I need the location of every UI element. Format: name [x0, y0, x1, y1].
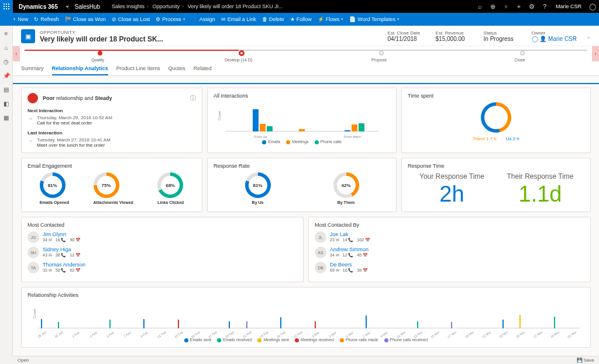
donut-gauge: 81% [40, 172, 66, 198]
chevron-down-icon[interactable]: ▾ [64, 4, 68, 9]
activity-tick [417, 321, 418, 328]
activity-tick [41, 319, 42, 328]
last-interaction-label: Last Interaction [27, 130, 196, 136]
contact-item[interactable]: DBDe Beers69 ✉10 📞39 📅 [315, 262, 584, 273]
your-response-value: 2h [408, 182, 496, 207]
cmd-word-templates[interactable]: 📄Word Templates▾ [349, 16, 400, 22]
header-field: Est. Revenue$15,000.00 [431, 30, 479, 42]
global-header: Dynamics 365 ▾ SalesHub Sales Insights› … [0, 0, 599, 13]
contact-item[interactable]: SHSidney Higa43 ✉38 📞12 📅 [27, 247, 297, 258]
date-label: 1 Mar [311, 331, 320, 338]
contact-item[interactable]: JGJim Glynn34 ✉16 📞90 📅 [27, 231, 297, 243]
app-name[interactable]: SalesHub [68, 4, 106, 10]
chevron-down-icon[interactable]: ⌄ [586, 33, 591, 40]
waffle-icon [4, 4, 9, 9]
header-field: StatusIn Progress [479, 30, 527, 42]
stage-node[interactable] [239, 50, 245, 56]
contact-item[interactable]: ASAndrew Simmon34 ✉12 📞45 📅 [315, 247, 584, 258]
tab-summary[interactable]: Summary [21, 63, 44, 75]
menu-icon[interactable]: ≡ [2, 29, 11, 37]
opportunity-icon: ▣ [21, 29, 35, 43]
crumb[interactable]: Sales Insights [112, 4, 144, 9]
stage-node[interactable] [520, 51, 525, 56]
bar [345, 130, 350, 131]
cmd-assign[interactable]: 👤Assign [191, 16, 215, 22]
date-label: 3 Feb [89, 331, 98, 338]
cmd-delete[interactable]: 🗑Delete [262, 16, 284, 22]
pin-icon[interactable]: 📌 [2, 71, 11, 79]
assistant-icon[interactable]: ⊕ [487, 3, 500, 11]
stage-prev-arrow[interactable]: ‹ [13, 46, 20, 61]
nav-icon[interactable]: ▤ [2, 85, 11, 93]
stage-node[interactable] [98, 51, 102, 56]
cmd-close-as-lost[interactable]: ⊘Close as Lost [112, 16, 150, 22]
all-interactions-card: All Interactions Count From usFrom them … [207, 88, 397, 153]
date-label: 5 Feb [106, 331, 115, 338]
activity-tick [229, 321, 230, 328]
donut-label: By Them [333, 200, 359, 204]
health-text: Poor relationship and Steady [43, 95, 112, 101]
help-icon[interactable]: ? [538, 3, 551, 10]
activity-tick [502, 320, 504, 328]
response-rate-card: Response Rate 81%By Us42%By Them [207, 158, 397, 212]
avatar: AS [315, 247, 326, 258]
activity-tick [451, 322, 452, 328]
donut-label: Links Clicked [157, 200, 184, 204]
svg-rect-5 [8, 6, 9, 7]
lightbulb-icon[interactable]: ♀ [500, 3, 512, 10]
svg-rect-8 [8, 8, 9, 9]
user-avatar-icon[interactable]: ◯ [586, 3, 599, 11]
bar [267, 126, 273, 131]
stage-label: Develop (14 D) [225, 58, 252, 62]
svg-rect-1 [6, 4, 7, 5]
save-button[interactable]: 💾 Save [577, 358, 594, 363]
nav-icon[interactable]: ▦ [2, 113, 11, 122]
settings-icon[interactable]: ⚙ [525, 3, 538, 11]
cmd-process[interactable]: ⚙Process▾ [156, 16, 185, 22]
most-contacted-by-card: Most Contacted By JLJoe Lak23 ✉14 📞102 📅… [308, 217, 591, 282]
recent-icon[interactable]: ◷ [2, 57, 11, 65]
brand-name[interactable]: Dynamics 365 [13, 4, 64, 10]
bar [260, 124, 266, 131]
info-icon[interactable]: ⓘ [190, 94, 196, 102]
donut-label: Emails Opened [40, 200, 70, 204]
your-response-label: Your Response Time [408, 172, 496, 181]
user-name[interactable]: Marie CSR [551, 4, 586, 9]
card-title: Most Contacted By [315, 222, 584, 228]
svg-rect-0 [4, 4, 5, 5]
record-header: ▣ OPPORTUNITY Very likely will order 18 … [13, 26, 599, 46]
stage-next-arrow[interactable]: › [592, 46, 599, 61]
tab-relationship-analytics[interactable]: Relationship Analytics [52, 63, 108, 75]
avatar: SH [27, 247, 39, 258]
stage-node[interactable] [379, 51, 384, 56]
business-process-flow[interactable]: ‹ › QualifyDevelop (14 D)ProposeClose [13, 46, 599, 61]
cmd-flows[interactable]: ⚡Flows▾ [318, 16, 344, 22]
last-interaction-subject: Meet over the lunch for the order [37, 143, 111, 148]
cmd-refresh[interactable]: ↻Refresh [34, 16, 59, 22]
cmd-follow[interactable]: ★Follow [290, 16, 312, 22]
tab-quotes[interactable]: Quotes [168, 63, 185, 75]
app-launcher[interactable] [0, 0, 13, 13]
add-icon[interactable]: + [512, 3, 525, 10]
home-icon[interactable]: ⌂ [2, 43, 11, 51]
cmd-email-a-link[interactable]: ✉Email a Link [221, 16, 256, 22]
open-label: Open [18, 358, 29, 363]
tab-product-line-items[interactable]: Product Line Items [116, 63, 160, 75]
crumb[interactable]: Opportunity [153, 4, 180, 9]
activity-tick [519, 315, 521, 328]
tab-related[interactable]: Related [194, 63, 212, 75]
cmd-close-as-won[interactable]: 🏁Close as Won [65, 16, 106, 22]
activity-tick [143, 319, 144, 328]
nav-icon[interactable]: ◧ [2, 99, 11, 108]
contact-item[interactable]: JLJoe Lak23 ✉14 📞102 📅 [315, 231, 584, 243]
svg-rect-3 [4, 6, 5, 7]
stage-label: Qualify [91, 58, 104, 62]
date-label: 7 Mar [363, 331, 371, 338]
contact-item[interactable]: TAThomas Anderson33 ✉58 📞62 📅 [27, 262, 297, 273]
search-icon[interactable]: ⌕ [474, 3, 487, 10]
bar [352, 124, 357, 131]
donut-gauge: 68% [157, 172, 183, 198]
cmd-new[interactable]: +New [13, 16, 28, 22]
card-title: Most Contacted [27, 222, 297, 228]
card-title: Response Rate [214, 163, 390, 169]
